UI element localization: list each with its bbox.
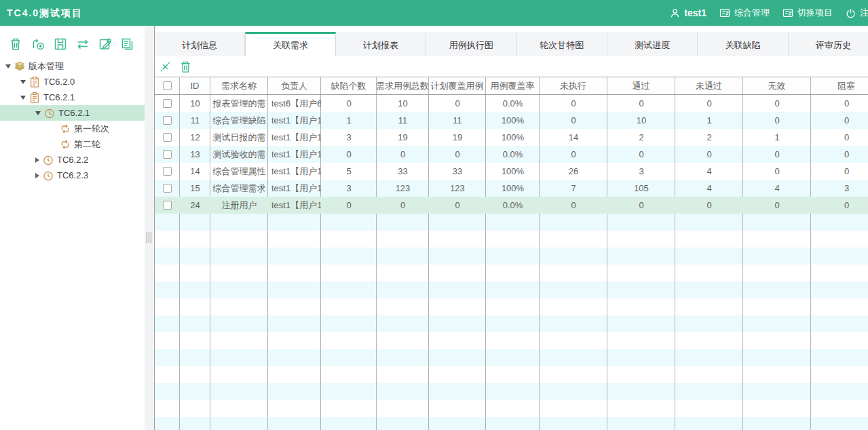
cell-通过: 3 (607, 163, 675, 180)
cell-缺陷个数: 3 (321, 129, 377, 146)
clock-icon (42, 170, 54, 182)
cell-负责人: test1【用户1 (268, 197, 321, 214)
tab-label: 计划报表 (363, 39, 398, 52)
cell-用例覆盖率: 100% (486, 112, 540, 129)
column-header-缺陷个数[interactable]: 缺陷个数 (321, 77, 377, 94)
column-header-计划覆盖用例[interactable]: 计划覆盖用例 (429, 77, 486, 94)
column-header-未执行[interactable]: 未执行 (540, 77, 607, 94)
collapse-arrow-icon[interactable] (20, 96, 26, 100)
tree-item-TC6.2.1[interactable]: TC6.2.1 (0, 90, 145, 105)
cell-通过: 0 (607, 146, 675, 163)
column-header-负责人[interactable]: 负责人 (268, 77, 321, 94)
cell-通过: 0 (607, 95, 675, 112)
cell-ID: 24 (180, 197, 210, 214)
cell-未通过: 1 (675, 112, 743, 129)
row-checkbox[interactable] (163, 133, 172, 142)
collapse-arrow-icon[interactable] (20, 80, 26, 84)
table-row[interactable]: 14综合管理属性test1【用户153333100%263400 (155, 163, 868, 180)
table-row[interactable]: 12测试日报的需test1【用户131919100%142210 (155, 129, 868, 146)
column-header-用例覆盖率[interactable]: 用例覆盖率 (486, 77, 540, 94)
tree-item-TC6.2.1[interactable]: TC6.2.1 (0, 105, 145, 121)
splitter-grip-icon[interactable] (147, 232, 152, 243)
row-checkbox[interactable] (163, 184, 172, 193)
row-checkbox[interactable] (163, 150, 172, 159)
row-checkbox[interactable] (163, 167, 172, 176)
row-checkbox[interactable] (163, 116, 172, 125)
cell-缺陷个数: 0 (321, 197, 377, 214)
trash-icon[interactable] (8, 37, 23, 52)
cell-ID: 15 (180, 180, 210, 197)
tree-item-TC6.2.2[interactable]: TC6.2.2 (0, 152, 145, 168)
select-all-checkbox[interactable] (163, 81, 172, 90)
cell-缺陷个数: 0 (321, 146, 377, 163)
table-row[interactable]: 15综合管理需求test1【用户13123123100%7105443 (155, 180, 868, 197)
cell-用例覆盖率: 0.0% (486, 197, 540, 214)
column-header-需求用例总数[interactable]: 需求用例总数 (377, 77, 429, 94)
table-row[interactable]: 11综合管理缺陷test1【用户111111100%010100 (155, 112, 868, 129)
table-header-row: ID需求名称负责人缺陷个数需求用例总数计划覆盖用例用例覆盖率未执行通过未通过无效… (155, 77, 868, 95)
trash-icon[interactable] (178, 60, 193, 74)
tab-label: 关联需求 (273, 39, 308, 52)
cell-阻塞: 0 (811, 95, 868, 112)
cell-ID: 13 (180, 146, 210, 163)
cell-无效: 1 (743, 129, 811, 146)
row-checkbox-cell (155, 163, 180, 180)
requirement-toolbar (155, 56, 868, 77)
tab-计划报表[interactable]: 计划报表 (336, 32, 426, 56)
collapse-arrow-icon[interactable] (35, 111, 41, 115)
expand-arrow-icon[interactable] (35, 157, 39, 163)
clipboard-icon (29, 76, 41, 88)
tab-关联需求[interactable]: 关联需求 (245, 32, 335, 56)
row-checkbox[interactable] (163, 201, 172, 210)
tab-计划信息[interactable]: 计划信息 (155, 32, 245, 56)
tree-item-版本管理[interactable]: 版本管理 (0, 58, 145, 74)
menu-switch-project[interactable]: 切换项目 (782, 7, 833, 19)
cell-负责人: test1【用户1 (268, 146, 321, 163)
cell-需求名称: 综合管理缺陷 (210, 112, 268, 129)
column-header-阻塞[interactable]: 阻塞 (811, 77, 868, 94)
version-tree: 版本管理TC6.2.0TC6.2.1TC6.2.1第一轮次第二轮TC6.2.2T… (0, 58, 145, 183)
table-row[interactable]: 24注册用户test1【用户10000.0%00000 (155, 197, 868, 214)
tab-label: 轮次甘特图 (540, 39, 584, 52)
expand-arrow-icon[interactable] (35, 173, 39, 178)
cell-未执行: 0 (540, 95, 607, 112)
table-row[interactable]: 10报表管理的需test6【用户601000.0%00000 (155, 95, 868, 112)
clock-icon (43, 107, 56, 119)
user-menu[interactable]: test1 (669, 7, 706, 19)
add-version-icon[interactable] (31, 37, 45, 52)
unlink-icon[interactable] (158, 60, 172, 74)
save-icon[interactable] (53, 37, 68, 52)
menu-management[interactable]: 综合管理 (719, 7, 770, 19)
row-checkbox[interactable] (163, 99, 172, 108)
header-menu: test1 综合管理 切换项目 注销 (669, 0, 868, 26)
collapse-arrow-icon[interactable] (5, 64, 11, 69)
edit-attach-icon[interactable] (98, 37, 113, 52)
cell-未执行: 0 (540, 146, 607, 163)
tree-item-TC6.2.0[interactable]: TC6.2.0 (0, 74, 145, 90)
column-header-ID[interactable]: ID (180, 77, 210, 94)
cell-阻塞: 0 (811, 197, 868, 214)
cell-无效: 0 (743, 112, 811, 129)
tree-item-TC6.2.3[interactable]: TC6.2.3 (0, 168, 145, 183)
menu-logout[interactable]: 注销 (845, 7, 868, 19)
cell-ID: 10 (180, 95, 210, 112)
tree-item-第二轮[interactable]: 第二轮 (0, 136, 145, 152)
cell-缺陷个数: 5 (321, 163, 377, 180)
tab-用例执行图[interactable]: 用例执行图 (426, 32, 516, 56)
tab-label: 评审历史 (816, 39, 851, 52)
tab-测试进度[interactable]: 测试进度 (607, 32, 698, 56)
tab-关联缺陷[interactable]: 关联缺陷 (698, 32, 788, 56)
cell-用例覆盖率: 100% (486, 180, 540, 197)
tree-item-第一轮次[interactable]: 第一轮次 (0, 121, 145, 136)
column-header-需求名称[interactable]: 需求名称 (210, 77, 268, 94)
column-header-无效[interactable]: 无效 (743, 77, 811, 94)
cell-未通过: 0 (675, 146, 743, 163)
tab-轮次甘特图[interactable]: 轮次甘特图 (517, 32, 607, 56)
column-header-未通过[interactable]: 未通过 (675, 77, 743, 94)
swap-icon[interactable] (75, 37, 90, 52)
tab-评审历史[interactable]: 评审历史 (789, 32, 868, 56)
table-row[interactable]: 13测试验收的需test1【用户10000.0%00000 (155, 146, 868, 163)
cell-无效: 0 (743, 163, 811, 180)
copy-icon[interactable] (120, 37, 135, 52)
column-header-通过[interactable]: 通过 (607, 77, 675, 94)
